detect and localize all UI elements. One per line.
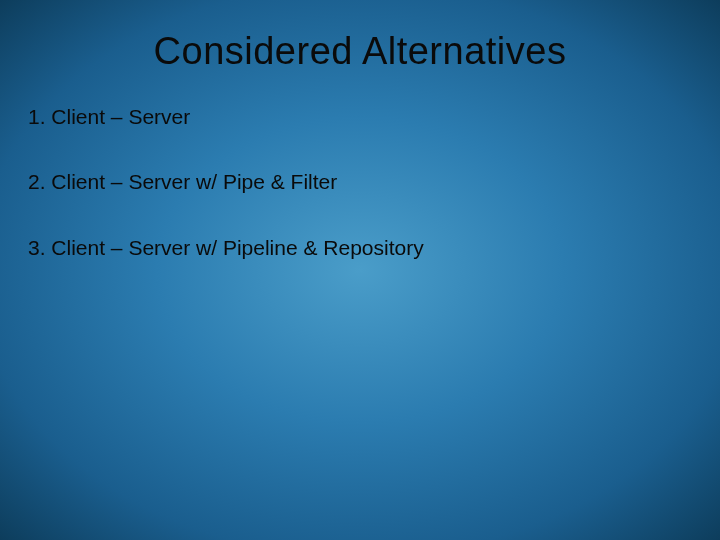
list-item: 2. Client – Server w/ Pipe & Filter [28,168,692,195]
list-item: 3. Client – Server w/ Pipeline & Reposit… [28,234,692,261]
slide: Considered Alternatives 1. Client – Serv… [0,0,720,540]
slide-title: Considered Alternatives [0,0,720,103]
list-item: 1. Client – Server [28,103,692,130]
slide-content: 1. Client – Server 2. Client – Server w/… [0,103,720,261]
